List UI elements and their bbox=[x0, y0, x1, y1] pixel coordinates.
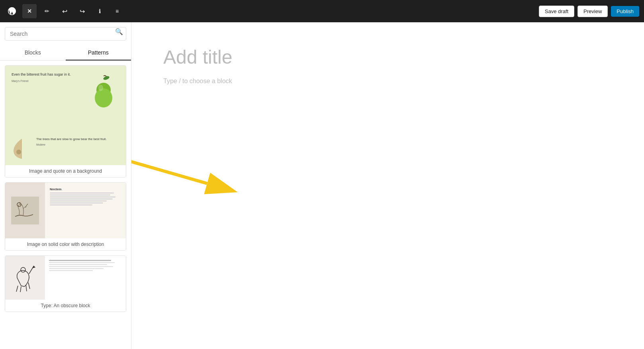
svg-point-2 bbox=[95, 88, 112, 107]
pattern-label-2: Image on solid color with description bbox=[5, 238, 126, 250]
svg-rect-7 bbox=[9, 262, 41, 294]
pattern1-quote-top: Even the bitterest fruit has sugar in it… bbox=[12, 72, 84, 77]
pattern3-text-area bbox=[45, 256, 126, 300]
menu-icon: ≡ bbox=[115, 8, 119, 14]
editor-area[interactable]: Add title Type / to choose a block bbox=[131, 22, 644, 349]
publish-button[interactable]: Publish bbox=[611, 6, 639, 17]
editor-block-prompt[interactable]: Type / to choose a block bbox=[163, 78, 612, 85]
sidebar-scroll[interactable]: Even the bitterest fruit has sugar in it… bbox=[0, 60, 131, 349]
annotation-arrow bbox=[131, 22, 644, 349]
preview-button[interactable]: Preview bbox=[577, 6, 608, 17]
tab-patterns[interactable]: Patterns bbox=[66, 45, 131, 60]
undo-icon: ↩ bbox=[62, 8, 67, 15]
pattern2-text-area: Noctem bbox=[45, 183, 126, 238]
pattern1-author-top: Mary's Friend bbox=[12, 80, 84, 82]
search-container: 🔍 bbox=[0, 22, 131, 41]
svg-line-11 bbox=[131, 148, 207, 183]
pattern2-image-area bbox=[5, 183, 45, 238]
menu-button[interactable]: ≡ bbox=[110, 4, 124, 18]
pattern1-author-bottom: Molière bbox=[36, 143, 119, 146]
pattern-preview-3 bbox=[5, 256, 126, 300]
editor-title[interactable]: Add title bbox=[163, 46, 612, 68]
pattern1-quote-bottom: The trees that are slow to grow bear the… bbox=[36, 137, 119, 142]
pattern2-title: Noctem bbox=[50, 187, 121, 191]
svg-rect-5 bbox=[11, 197, 39, 224]
tabs-row: Blocks Patterns bbox=[0, 45, 131, 60]
pattern-preview-1: Even the bitterest fruit has sugar in it… bbox=[5, 66, 126, 165]
pattern-card-1[interactable]: Even the bitterest fruit has sugar in it… bbox=[5, 65, 126, 177]
undo-button[interactable]: ↩ bbox=[57, 4, 72, 18]
save-draft-button[interactable]: Save draft bbox=[539, 6, 574, 17]
info-icon: ℹ bbox=[99, 8, 101, 14]
pattern-preview-2: Noctem bbox=[5, 183, 126, 238]
search-input[interactable] bbox=[5, 27, 126, 41]
pen-icon: ✏ bbox=[45, 8, 49, 14]
svg-point-3 bbox=[98, 85, 103, 91]
search-icon: 🔍 bbox=[115, 28, 123, 35]
main-layout: 🔍 Blocks Patterns Even the bitterest fru… bbox=[0, 22, 644, 349]
close-icon: ✕ bbox=[27, 8, 32, 14]
wp-logo-button[interactable] bbox=[5, 4, 19, 18]
half-pear-image bbox=[12, 137, 31, 159]
svg-point-4 bbox=[16, 150, 21, 154]
info-button[interactable]: ℹ bbox=[92, 4, 107, 18]
redo-icon: ↪ bbox=[80, 8, 85, 15]
pattern3-image-area bbox=[5, 256, 45, 300]
redo-button[interactable]: ↪ bbox=[75, 4, 89, 18]
pattern-label-1: Image and quote on a background bbox=[5, 165, 126, 177]
sidebar: 🔍 Blocks Patterns Even the bitterest fru… bbox=[0, 22, 131, 349]
search-button[interactable]: 🔍 bbox=[115, 28, 123, 35]
edit-button[interactable]: ✏ bbox=[40, 4, 54, 18]
toolbar-actions: Save draft Preview Publish bbox=[539, 6, 639, 17]
tab-blocks[interactable]: Blocks bbox=[0, 45, 66, 60]
pear-image bbox=[88, 72, 119, 112]
pattern-card-3[interactable]: Type: An obscure block bbox=[5, 255, 126, 312]
toolbar: ✕ ✏ ↩ ↪ ℹ ≡ Save draft Preview Publish bbox=[0, 0, 644, 22]
pattern-label-3: Type: An obscure block bbox=[5, 300, 126, 312]
close-button[interactable]: ✕ bbox=[22, 4, 37, 18]
pattern-card-2[interactable]: Noctem Image on solid color with descrip… bbox=[5, 182, 126, 251]
pattern1-layout: Even the bitterest fruit has sugar in it… bbox=[5, 66, 126, 165]
